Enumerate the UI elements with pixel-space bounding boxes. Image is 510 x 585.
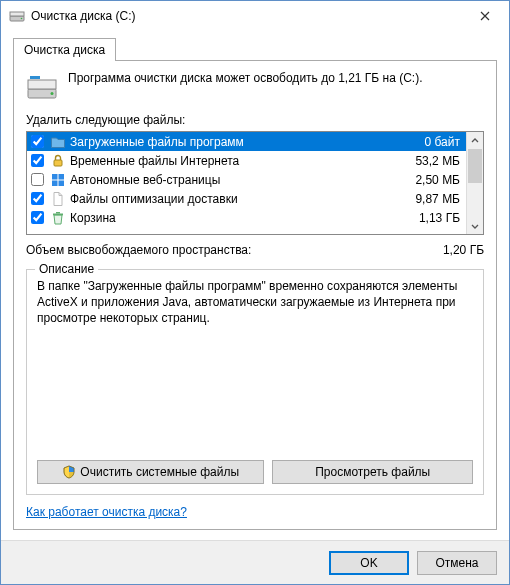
item-size: 9,87 МБ <box>415 192 462 206</box>
item-name: Загруженные файлы программ <box>70 135 421 149</box>
svg-rect-10 <box>52 180 58 186</box>
disk-cleanup-window: Очистка диска (C:) Очистка диска <box>0 0 510 585</box>
scroll-down-button[interactable] <box>467 217 483 234</box>
titlebar: Очистка диска (C:) <box>1 1 509 31</box>
svg-rect-8 <box>52 174 58 180</box>
item-name: Временные файлы Интернета <box>70 154 411 168</box>
item-checkbox[interactable] <box>31 135 44 148</box>
item-size: 2,50 МБ <box>415 173 462 187</box>
info-text: Программа очистки диска может освободить… <box>68 71 423 87</box>
clean-system-files-label: Очистить системные файлы <box>80 465 239 479</box>
description-groupbox: Описание В папке "Загруженные файлы прог… <box>26 269 484 495</box>
folder-icon <box>50 134 66 150</box>
scroll-up-button[interactable] <box>467 132 483 149</box>
item-size: 1,13 ГБ <box>419 211 462 225</box>
view-files-label: Просмотреть файлы <box>315 465 430 479</box>
scroll-thumb[interactable] <box>468 149 482 183</box>
svg-point-2 <box>21 18 23 20</box>
client-area: Очистка диска Программа очистки диска мо… <box>1 31 509 540</box>
total-row: Объем высвобождаемого пространства: 1,20… <box>26 243 484 257</box>
close-button[interactable] <box>465 2 505 30</box>
total-value: 1,20 ГБ <box>443 243 484 257</box>
list-item[interactable]: Временные файлы Интернета53,2 МБ <box>27 151 466 170</box>
svg-rect-11 <box>59 180 65 186</box>
svg-point-5 <box>51 92 54 95</box>
total-label: Объем высвобождаемого пространства: <box>26 243 443 257</box>
item-size: 0 байт <box>425 135 462 149</box>
svg-rect-7 <box>54 160 62 166</box>
tab-strip: Очистка диска <box>13 37 497 60</box>
svg-rect-6 <box>30 76 40 79</box>
how-works-link[interactable]: Как работает очистка диска? <box>26 505 187 519</box>
file-categories-list[interactable]: Загруженные файлы программ0 байтВременны… <box>26 131 484 235</box>
delete-files-label: Удалить следующие файлы: <box>26 113 484 127</box>
svg-rect-9 <box>59 174 65 180</box>
scrollbar[interactable] <box>466 132 483 234</box>
info-row: Программа очистки диска может освободить… <box>26 71 484 103</box>
item-checkbox[interactable] <box>31 154 44 167</box>
recycle-icon <box>50 210 66 226</box>
file-icon <box>50 191 66 207</box>
description-text: В папке "Загруженные файлы программ" вре… <box>37 278 473 452</box>
svg-rect-1 <box>10 12 24 16</box>
clean-system-files-button[interactable]: Очистить системные файлы <box>37 460 264 484</box>
drive-large-icon <box>26 71 58 103</box>
item-name: Файлы оптимизации доставки <box>70 192 411 206</box>
item-checkbox[interactable] <box>31 192 44 205</box>
item-checkbox[interactable] <box>31 173 44 186</box>
view-files-button[interactable]: Просмотреть файлы <box>272 460 473 484</box>
item-size: 53,2 МБ <box>415 154 462 168</box>
window-title: Очистка диска (C:) <box>31 9 465 23</box>
tab-disk-cleanup[interactable]: Очистка диска <box>13 38 116 61</box>
list-item[interactable]: Корзина1,13 ГБ <box>27 208 466 227</box>
tab-pane: Программа очистки диска может освободить… <box>13 60 497 530</box>
svg-rect-13 <box>56 212 60 214</box>
lock-icon <box>50 153 66 169</box>
description-legend: Описание <box>35 262 98 276</box>
item-checkbox[interactable] <box>31 211 44 224</box>
scroll-track[interactable] <box>467 149 483 217</box>
dialog-button-bar: OK Отмена <box>1 540 509 584</box>
list-item[interactable]: Загруженные файлы программ0 байт <box>27 132 466 151</box>
shield-icon <box>62 465 76 479</box>
cancel-button[interactable]: Отмена <box>417 551 497 575</box>
list-item[interactable]: Автономные веб-страницы2,50 МБ <box>27 170 466 189</box>
win-icon <box>50 172 66 188</box>
ok-button[interactable]: OK <box>329 551 409 575</box>
item-name: Корзина <box>70 211 415 225</box>
list-item[interactable]: Файлы оптимизации доставки9,87 МБ <box>27 189 466 208</box>
svg-rect-12 <box>53 213 63 215</box>
drive-icon <box>9 8 25 24</box>
item-name: Автономные веб-страницы <box>70 173 411 187</box>
svg-rect-4 <box>28 80 56 89</box>
